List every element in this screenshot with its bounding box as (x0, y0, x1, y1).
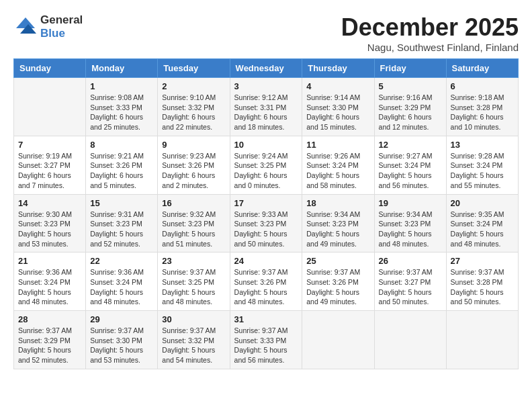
table-row: 28 Sunrise: 9:37 AMSunset: 3:29 PMDaylig… (14, 311, 86, 369)
table-row: 30 Sunrise: 9:37 AMSunset: 3:32 PMDaylig… (158, 311, 230, 369)
logo-text: General Blue (40, 13, 83, 41)
day-info: Sunrise: 9:36 AMSunset: 3:24 PMDaylight:… (18, 267, 81, 307)
table-row: 25 Sunrise: 9:37 AMSunset: 3:26 PMDaylig… (302, 253, 374, 311)
table-row: 24 Sunrise: 9:37 AMSunset: 3:26 PMDaylig… (230, 253, 302, 311)
table-row: 11 Sunrise: 9:26 AMSunset: 3:24 PMDaylig… (302, 136, 374, 194)
table-row: 1 Sunrise: 9:08 AMSunset: 3:33 PMDayligh… (86, 78, 158, 136)
day-info: Sunrise: 9:19 AMSunset: 3:27 PMDaylight:… (18, 151, 81, 191)
day-info: Sunrise: 9:30 AMSunset: 3:23 PMDaylight:… (18, 210, 81, 249)
day-number: 23 (162, 256, 225, 266)
day-info: Sunrise: 9:33 AMSunset: 3:23 PMDaylight:… (234, 210, 298, 249)
day-number: 24 (234, 256, 298, 266)
day-number: 17 (234, 198, 298, 208)
table-row: 10 Sunrise: 9:24 AMSunset: 3:25 PMDaylig… (230, 136, 302, 194)
day-number: 5 (379, 81, 442, 91)
day-number: 16 (162, 198, 225, 208)
day-number: 29 (90, 314, 153, 324)
logo: General Blue (13, 13, 83, 41)
day-number: 15 (90, 198, 153, 208)
calendar-table: Sunday Monday Tuesday Wednesday Thursday… (13, 58, 519, 369)
day-info: Sunrise: 9:18 AMSunset: 3:28 PMDaylight:… (451, 93, 514, 132)
day-info: Sunrise: 9:35 AMSunset: 3:24 PMDaylight:… (451, 210, 514, 249)
day-info: Sunrise: 9:37 AMSunset: 3:33 PMDaylight:… (234, 326, 298, 365)
day-number: 12 (379, 140, 442, 150)
day-info: Sunrise: 9:23 AMSunset: 3:26 PMDaylight:… (162, 151, 225, 191)
month-title: December 2025 (341, 13, 519, 42)
day-info: Sunrise: 9:28 AMSunset: 3:24 PMDaylight:… (451, 151, 514, 191)
day-info: Sunrise: 9:21 AMSunset: 3:26 PMDaylight:… (90, 151, 153, 191)
table-row: 7 Sunrise: 9:19 AMSunset: 3:27 PMDayligh… (14, 136, 86, 194)
logo-icon (13, 15, 38, 39)
table-row: 12 Sunrise: 9:27 AMSunset: 3:24 PMDaylig… (374, 136, 446, 194)
table-row: 29 Sunrise: 9:37 AMSunset: 3:30 PMDaylig… (86, 311, 158, 369)
day-info: Sunrise: 9:08 AMSunset: 3:33 PMDaylight:… (90, 93, 153, 132)
day-number: 4 (306, 81, 369, 91)
table-row: 18 Sunrise: 9:34 AMSunset: 3:23 PMDaylig… (302, 194, 374, 253)
table-row: 8 Sunrise: 9:21 AMSunset: 3:26 PMDayligh… (86, 136, 158, 194)
day-number: 9 (162, 140, 225, 150)
table-row: 6 Sunrise: 9:18 AMSunset: 3:28 PMDayligh… (446, 78, 518, 136)
day-info: Sunrise: 9:37 AMSunset: 3:30 PMDaylight:… (90, 326, 153, 365)
header-thursday: Thursday (302, 59, 374, 78)
day-info: Sunrise: 9:37 AMSunset: 3:32 PMDaylight:… (162, 326, 225, 365)
table-row: 13 Sunrise: 9:28 AMSunset: 3:24 PMDaylig… (446, 136, 518, 194)
day-number: 26 (379, 256, 442, 266)
table-row (446, 311, 518, 369)
header-wednesday: Wednesday (230, 59, 302, 78)
table-row: 26 Sunrise: 9:37 AMSunset: 3:27 PMDaylig… (374, 253, 446, 311)
table-row (374, 311, 446, 369)
day-number: 13 (451, 140, 514, 150)
day-number: 22 (90, 256, 153, 266)
header-saturday: Saturday (446, 59, 518, 78)
table-row: 16 Sunrise: 9:32 AMSunset: 3:23 PMDaylig… (158, 194, 230, 253)
day-number: 20 (451, 198, 514, 208)
day-info: Sunrise: 9:14 AMSunset: 3:30 PMDaylight:… (306, 93, 369, 132)
day-number: 21 (18, 256, 81, 266)
day-number: 25 (306, 256, 369, 266)
calendar-header-row: Sunday Monday Tuesday Wednesday Thursday… (14, 59, 519, 78)
table-row (14, 78, 86, 136)
day-number: 7 (18, 140, 81, 150)
header-monday: Monday (86, 59, 158, 78)
table-row: 22 Sunrise: 9:36 AMSunset: 3:24 PMDaylig… (86, 253, 158, 311)
day-number: 28 (18, 314, 81, 324)
table-row: 17 Sunrise: 9:33 AMSunset: 3:23 PMDaylig… (230, 194, 302, 253)
location-title: Nagu, Southwest Finland, Finland (341, 42, 519, 53)
table-row: 21 Sunrise: 9:36 AMSunset: 3:24 PMDaylig… (14, 253, 86, 311)
day-number: 1 (90, 81, 153, 91)
day-number: 19 (379, 198, 442, 208)
header-sunday: Sunday (14, 59, 86, 78)
day-info: Sunrise: 9:37 AMSunset: 3:27 PMDaylight:… (379, 267, 442, 307)
day-info: Sunrise: 9:37 AMSunset: 3:25 PMDaylight:… (162, 267, 225, 307)
day-number: 11 (306, 140, 369, 150)
day-number: 27 (451, 256, 514, 266)
table-row: 23 Sunrise: 9:37 AMSunset: 3:25 PMDaylig… (158, 253, 230, 311)
day-number: 8 (90, 140, 153, 150)
table-row: 4 Sunrise: 9:14 AMSunset: 3:30 PMDayligh… (302, 78, 374, 136)
day-number: 31 (234, 314, 298, 324)
table-row: 20 Sunrise: 9:35 AMSunset: 3:24 PMDaylig… (446, 194, 518, 253)
day-number: 3 (234, 81, 298, 91)
day-info: Sunrise: 9:16 AMSunset: 3:29 PMDaylight:… (379, 93, 442, 132)
day-info: Sunrise: 9:26 AMSunset: 3:24 PMDaylight:… (306, 151, 369, 191)
table-row: 15 Sunrise: 9:31 AMSunset: 3:23 PMDaylig… (86, 194, 158, 253)
day-info: Sunrise: 9:10 AMSunset: 3:32 PMDaylight:… (162, 93, 225, 132)
table-row: 27 Sunrise: 9:37 AMSunset: 3:28 PMDaylig… (446, 253, 518, 311)
table-row: 9 Sunrise: 9:23 AMSunset: 3:26 PMDayligh… (158, 136, 230, 194)
calendar-row: 7 Sunrise: 9:19 AMSunset: 3:27 PMDayligh… (14, 136, 519, 194)
day-info: Sunrise: 9:36 AMSunset: 3:24 PMDaylight:… (90, 267, 153, 307)
day-number: 18 (306, 198, 369, 208)
header-friday: Friday (374, 59, 446, 78)
day-info: Sunrise: 9:31 AMSunset: 3:23 PMDaylight:… (90, 210, 153, 249)
table-row: 5 Sunrise: 9:16 AMSunset: 3:29 PMDayligh… (374, 78, 446, 136)
day-info: Sunrise: 9:37 AMSunset: 3:28 PMDaylight:… (451, 267, 514, 307)
day-info: Sunrise: 9:37 AMSunset: 3:29 PMDaylight:… (18, 326, 81, 365)
day-info: Sunrise: 9:27 AMSunset: 3:24 PMDaylight:… (379, 151, 442, 191)
calendar-row: 28 Sunrise: 9:37 AMSunset: 3:29 PMDaylig… (14, 311, 519, 369)
svg-marker-1 (16, 17, 35, 28)
calendar-row: 14 Sunrise: 9:30 AMSunset: 3:23 PMDaylig… (14, 194, 519, 253)
table-row: 14 Sunrise: 9:30 AMSunset: 3:23 PMDaylig… (14, 194, 86, 253)
table-row: 3 Sunrise: 9:12 AMSunset: 3:31 PMDayligh… (230, 78, 302, 136)
day-info: Sunrise: 9:37 AMSunset: 3:26 PMDaylight:… (306, 267, 369, 307)
table-row: 2 Sunrise: 9:10 AMSunset: 3:32 PMDayligh… (158, 78, 230, 136)
